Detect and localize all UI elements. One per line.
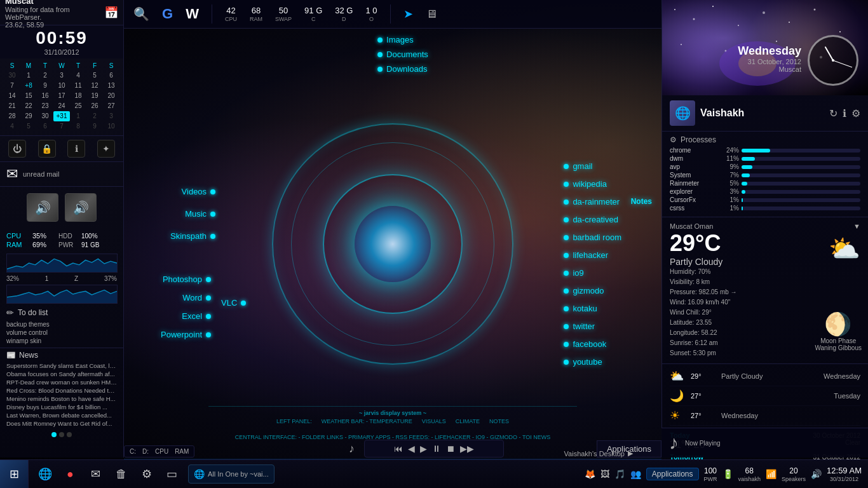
cpu-top-label: CPU xyxy=(225,16,237,22)
da-creatived-item[interactable]: da-creatived xyxy=(564,215,621,224)
barbadi-item[interactable]: barbadi room xyxy=(564,233,621,242)
settings-profile-icon[interactable]: ⚙ xyxy=(851,107,860,119)
pwr-label: PWR xyxy=(58,241,78,248)
powerpoint-item[interactable]: Powerpoint xyxy=(161,330,211,339)
time-date-area: 00:59 31/10/2012 xyxy=(0,25,123,58)
news-2[interactable]: RPT-Dead crew woman on sunken HMS... xyxy=(6,378,117,386)
speaker-area: 🔊 🔊 xyxy=(0,187,123,228)
play-button[interactable]: ▶ xyxy=(420,444,427,454)
active-app-button[interactable]: 🌐 All In One by ~vai... xyxy=(188,464,275,484)
pause-button[interactable]: ⏸ xyxy=(432,444,441,454)
images-item[interactable]: Images xyxy=(377,35,414,44)
cpu-label: CPU xyxy=(6,232,29,240)
wikipedia-icon[interactable]: W xyxy=(186,6,199,22)
downloads-item[interactable]: Downloads xyxy=(377,64,427,74)
proc-dwm-bar-bg xyxy=(742,157,860,161)
wifi-icon[interactable]: 📶 xyxy=(766,469,776,479)
taskbar-icon-trash[interactable]: 🗑 xyxy=(110,463,132,485)
firefox-icon[interactable]: 🦊 xyxy=(585,469,595,479)
news-1[interactable]: Obama focuses on Sandy aftermath af... xyxy=(6,370,117,378)
system-time[interactable]: 12:59 AM 30/31/2012 xyxy=(827,466,862,482)
taskbar-icon-window[interactable]: ▭ xyxy=(161,463,183,485)
twitter-item[interactable]: twitter xyxy=(564,322,621,331)
news-5[interactable]: Disney buys Lucasfilm for $4 billion ... xyxy=(6,403,117,411)
next-button[interactable]: ▶▶ xyxy=(460,444,474,454)
io9-item[interactable]: io9 xyxy=(564,268,621,278)
processes-label: Processes xyxy=(681,135,716,144)
youtube-item[interactable]: youtube xyxy=(564,357,621,367)
da-creatived-dot xyxy=(564,217,569,222)
news-0[interactable]: Superstorm Sandy slams East Coast, le... xyxy=(6,362,117,370)
image-icon[interactable]: 🖼 xyxy=(600,469,609,479)
google-icon[interactable]: G xyxy=(162,6,173,22)
proc-chrome: chrome 24% xyxy=(670,147,860,154)
news-3[interactable]: Red Cross: Blood Donations Needed to... xyxy=(6,386,117,395)
svg-marker-0 xyxy=(7,259,117,272)
gmail-item[interactable]: gmail xyxy=(564,161,621,171)
photoshop-item[interactable]: Photoshop xyxy=(161,274,211,284)
moon-phase-desc: Waning Gibbous xyxy=(815,344,862,351)
taskbar-icon-mail[interactable]: ✉ xyxy=(85,463,107,485)
skinspath-item[interactable]: Skinspath xyxy=(170,231,215,241)
todo-area: ✏ To do list backup themes volume contro… xyxy=(0,305,123,348)
power-button[interactable]: ⏻ xyxy=(8,140,26,158)
profile-name: Vaishakh xyxy=(700,107,744,119)
refresh-icon[interactable]: ↻ xyxy=(829,107,837,119)
twitter-label: twitter xyxy=(573,322,595,331)
stop-button[interactable]: ⏹ xyxy=(446,444,455,454)
dot-2[interactable] xyxy=(59,432,64,437)
music-systray-icon[interactable]: 🎵 xyxy=(614,469,625,479)
proc-rainmeter: Rainmeter 5% xyxy=(670,180,860,187)
taskbar-icon-settings[interactable]: ⚙ xyxy=(135,463,158,485)
facebook-item[interactable]: facebook xyxy=(564,339,621,349)
calendar-icon[interactable]: 📅 xyxy=(104,6,118,20)
da-rainmeter-item[interactable]: da-rainmeter xyxy=(564,197,621,207)
rewind-button[interactable]: ⏮ xyxy=(394,444,403,454)
cal-grid[interactable]: 30123456 7+8910111213 14151617181920 212… xyxy=(4,71,119,132)
info-button[interactable]: ℹ xyxy=(67,140,85,158)
taskbar-icon-circle[interactable]: ● xyxy=(59,463,81,485)
battery-icon[interactable]: 🔋 xyxy=(722,469,733,479)
settings-button[interactable]: ✦ xyxy=(97,140,115,158)
monitor-icon[interactable]: 🖥 xyxy=(426,8,437,21)
videos-item[interactable]: Videos xyxy=(170,187,215,196)
documents-item[interactable]: Documents xyxy=(377,50,428,59)
applications-taskbar-btn[interactable]: Applications xyxy=(646,468,699,480)
forecast-temp-0: 29° xyxy=(691,372,716,380)
proc-rainmeter-name: Rainmeter xyxy=(670,180,717,187)
proc-explorer-bar-bg xyxy=(742,190,860,194)
taskbar: ⊞ 🌐 ● ✉ 🗑 ⚙ ▭ 🌐 All In One by ~vai... 🦊 … xyxy=(0,459,868,488)
proc-chrome-bar xyxy=(742,149,770,152)
word-item[interactable]: Word xyxy=(161,293,211,302)
vlc-item[interactable]: VLC xyxy=(221,298,246,308)
prev-button[interactable]: ◀ xyxy=(408,444,415,454)
weather-dropdown-icon[interactable]: ▼ xyxy=(853,222,860,230)
svg-point-2 xyxy=(674,9,675,10)
kotaku-item[interactable]: kotaku xyxy=(564,304,621,313)
volume-icon[interactable]: 🔊 xyxy=(811,469,822,479)
music-item[interactable]: Music xyxy=(170,209,215,219)
gizmodo-label: gizmodo xyxy=(573,286,604,295)
lock-button[interactable]: 🔒 xyxy=(38,140,56,158)
analog-clock xyxy=(808,35,858,86)
time-big: 12:59 AM xyxy=(827,466,862,475)
people-icon[interactable]: 👥 xyxy=(630,469,641,479)
excel-item[interactable]: Excel xyxy=(161,311,211,321)
dot-3[interactable] xyxy=(67,432,72,437)
mail-area[interactable]: ✉ unread mail xyxy=(0,162,123,187)
right-menu: gmail wikipedia da-rainmeter da-creative… xyxy=(564,161,621,367)
o-drive-val: 1 0 xyxy=(365,6,377,15)
dot-1[interactable] xyxy=(51,432,57,437)
taskbar-icon-browser[interactable]: 🌐 xyxy=(34,463,56,485)
info-items: LEFT PANEL: WEATHER BAR: - TEMPERATURE V… xyxy=(208,418,577,440)
news-6[interactable]: Last Warren, Brown debate cancelled... xyxy=(6,411,117,419)
gizmodo-item[interactable]: gizmodo xyxy=(564,286,621,295)
start-button[interactable]: ⊞ xyxy=(0,460,29,489)
lifehacker-item[interactable]: lifehacker xyxy=(564,250,621,260)
o-drive-stat: 1 0 O xyxy=(365,6,377,22)
info-profile-icon[interactable]: ℹ xyxy=(843,107,846,119)
news-4[interactable]: Menino reminds Boston to have safe H... xyxy=(6,395,117,403)
search-icon[interactable]: 🔍 xyxy=(133,6,149,22)
news-7[interactable]: Does Mitt Romney Want to Get Rid of... xyxy=(6,419,117,428)
wikipedia-r-item[interactable]: wikipedia xyxy=(564,179,621,189)
